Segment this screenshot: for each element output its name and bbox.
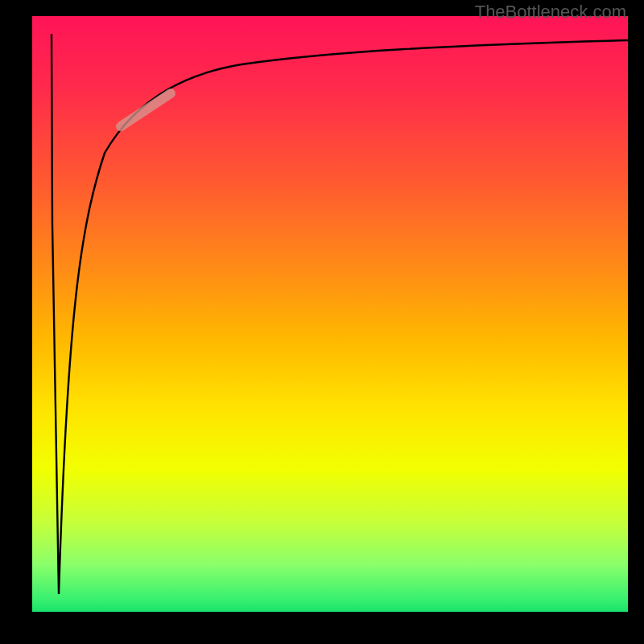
highlight-segment	[121, 93, 171, 126]
bottleneck-curve	[52, 34, 628, 594]
watermark: TheBottleneck.com	[475, 2, 626, 23]
chart-frame	[0, 0, 644, 644]
plot-area	[32, 16, 628, 612]
curve-layer	[32, 16, 628, 612]
